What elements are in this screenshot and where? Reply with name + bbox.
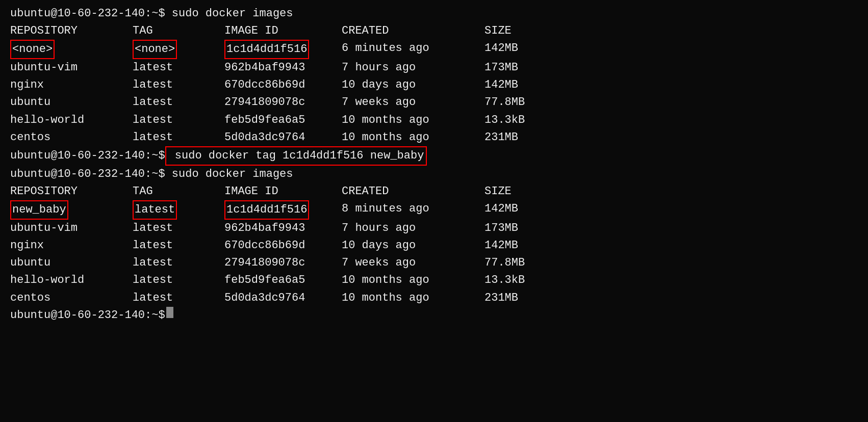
- highlight-none-imageid: 1c1d4dd1f516: [224, 40, 309, 59]
- prompt-2: ubuntu@10-60-232-140:~$: [10, 147, 165, 165]
- highlight-newbaby-repo: new_baby: [10, 200, 68, 220]
- t1r2-size: 142MB: [484, 76, 561, 94]
- table2-row0-repo: new_baby: [10, 200, 133, 220]
- t2r4-imageid: feb5d9fea6a5: [224, 272, 342, 289]
- t1r5-created: 10 months ago: [342, 129, 484, 146]
- highlight-newbaby-tag: latest: [133, 200, 177, 220]
- t2r1-imageid: 962b4baf9943: [224, 220, 342, 237]
- table1-row-5: centos latest 5d0da3dc9764 10 months ago…: [10, 129, 858, 146]
- table2-row0-created: 8 minutes ago: [342, 200, 484, 220]
- table2-row-3: ubuntu latest 27941809078c 7 weeks ago 7…: [10, 254, 858, 272]
- table1-row0-tag: <none>: [133, 40, 224, 59]
- table2-row-2: nginx latest 670dcc86b69d 10 days ago 14…: [10, 237, 858, 254]
- table2-row0-size: 142MB: [484, 200, 561, 220]
- t2r4-repo: hello-world: [10, 272, 133, 289]
- t2r5-size: 231MB: [484, 289, 561, 307]
- command-3: sudo docker images: [165, 166, 293, 183]
- highlight-none-tag: <none>: [133, 40, 177, 59]
- command-line-1: ubuntu@10-60-232-140:~$ sudo docker imag…: [10, 5, 858, 22]
- t1r4-created: 10 months ago: [342, 112, 484, 129]
- t1r4-tag: latest: [133, 112, 224, 129]
- header1-imageid: IMAGE ID: [224, 22, 342, 40]
- table-header-1: REPOSITORY TAG IMAGE ID CREATED SIZE: [10, 22, 858, 40]
- table1-row-0: <none> <none> 1c1d4dd1f516 6 minutes ago…: [10, 40, 858, 59]
- t1r3-tag: latest: [133, 94, 224, 111]
- table2-row-0: new_baby latest 1c1d4dd1f516 8 minutes a…: [10, 200, 858, 220]
- t2r3-tag: latest: [133, 254, 224, 272]
- t2r1-created: 7 hours ago: [342, 220, 484, 237]
- command-line-2: ubuntu@10-60-232-140:~$ sudo docker tag …: [10, 146, 858, 166]
- final-prompt-line: ubuntu@10-60-232-140:~$: [10, 307, 858, 324]
- t1r2-tag: latest: [133, 76, 224, 94]
- table1-row-3: ubuntu latest 27941809078c 7 weeks ago 7…: [10, 94, 858, 111]
- header2-tag: TAG: [133, 183, 224, 200]
- t2r5-repo: centos: [10, 289, 133, 307]
- t2r2-tag: latest: [133, 237, 224, 254]
- t1r4-imageid: feb5d9fea6a5: [224, 112, 342, 129]
- t2r3-repo: ubuntu: [10, 254, 133, 272]
- t2r4-tag: latest: [133, 272, 224, 289]
- command-line-3: ubuntu@10-60-232-140:~$ sudo docker imag…: [10, 166, 858, 183]
- t1r1-imageid: 962b4baf9943: [224, 59, 342, 76]
- header2-size: SIZE: [484, 183, 561, 200]
- t1r3-created: 7 weeks ago: [342, 94, 484, 111]
- table1-row0-repo: <none>: [10, 40, 133, 59]
- header1-created: CREATED: [342, 22, 484, 40]
- table2-row-1: ubuntu-vim latest 962b4baf9943 7 hours a…: [10, 220, 858, 237]
- header1-tag: TAG: [133, 22, 224, 40]
- table1-row0-imageid: 1c1d4dd1f516: [224, 40, 342, 59]
- header2-imageid: IMAGE ID: [224, 183, 342, 200]
- t1r1-size: 173MB: [484, 59, 561, 76]
- table2-row-4: hello-world latest feb5d9fea6a5 10 month…: [10, 272, 858, 289]
- t2r2-repo: nginx: [10, 237, 133, 254]
- t1r5-imageid: 5d0da3dc9764: [224, 129, 342, 146]
- t2r4-created: 10 months ago: [342, 272, 484, 289]
- table1-row0-created: 6 minutes ago: [342, 40, 484, 59]
- t2r2-created: 10 days ago: [342, 237, 484, 254]
- command-1: sudo docker images: [165, 5, 293, 22]
- t2r4-size: 13.3kB: [484, 272, 561, 289]
- highlight-newbaby-imageid: 1c1d4dd1f516: [224, 200, 309, 220]
- t2r5-tag: latest: [133, 289, 224, 307]
- t1r2-repo: nginx: [10, 76, 133, 94]
- t1r5-tag: latest: [133, 129, 224, 146]
- header2-created: CREATED: [342, 183, 484, 200]
- highlight-none-repo: <none>: [10, 40, 55, 59]
- table1-row-1: ubuntu-vim latest 962b4baf9943 7 hours a…: [10, 59, 858, 76]
- t2r2-size: 142MB: [484, 237, 561, 254]
- t2r3-size: 77.8MB: [484, 254, 561, 272]
- table2-row0-tag: latest: [133, 200, 224, 220]
- t2r3-imageid: 27941809078c: [224, 254, 342, 272]
- t1r3-repo: ubuntu: [10, 94, 133, 111]
- table1-row0-size: 142MB: [484, 40, 561, 59]
- table2-row-5: centos latest 5d0da3dc9764 10 months ago…: [10, 289, 858, 307]
- t1r5-size: 231MB: [484, 129, 561, 146]
- t2r3-created: 7 weeks ago: [342, 254, 484, 272]
- prompt-3: ubuntu@10-60-232-140:~$: [10, 166, 165, 183]
- t2r1-size: 173MB: [484, 220, 561, 237]
- t1r3-size: 77.8MB: [484, 94, 561, 111]
- prompt-1: ubuntu@10-60-232-140:~$: [10, 5, 165, 22]
- t1r1-tag: latest: [133, 59, 224, 76]
- cursor-block: [166, 307, 173, 318]
- t2r1-tag: latest: [133, 220, 224, 237]
- t2r5-created: 10 months ago: [342, 289, 484, 307]
- header2-repo: REPOSITORY: [10, 183, 133, 200]
- t1r1-repo: ubuntu-vim: [10, 59, 133, 76]
- table2-row0-imageid: 1c1d4dd1f516: [224, 200, 342, 220]
- t1r3-imageid: 27941809078c: [224, 94, 342, 111]
- t1r2-created: 10 days ago: [342, 76, 484, 94]
- t2r1-repo: ubuntu-vim: [10, 220, 133, 237]
- table1-row-2: nginx latest 670dcc86b69d 10 days ago 14…: [10, 76, 858, 94]
- header1-repo: REPOSITORY: [10, 22, 133, 40]
- terminal: ubuntu@10-60-232-140:~$ sudo docker imag…: [10, 5, 858, 324]
- t1r1-created: 7 hours ago: [342, 59, 484, 76]
- t1r5-repo: centos: [10, 129, 133, 146]
- t1r4-size: 13.3kB: [484, 112, 561, 129]
- t1r4-repo: hello-world: [10, 112, 133, 129]
- table-header-2: REPOSITORY TAG IMAGE ID CREATED SIZE: [10, 183, 858, 200]
- table1-row-4: hello-world latest feb5d9fea6a5 10 month…: [10, 112, 858, 129]
- t1r2-imageid: 670dcc86b69d: [224, 76, 342, 94]
- header1-size: SIZE: [484, 22, 561, 40]
- prompt-4: ubuntu@10-60-232-140:~$: [10, 307, 165, 324]
